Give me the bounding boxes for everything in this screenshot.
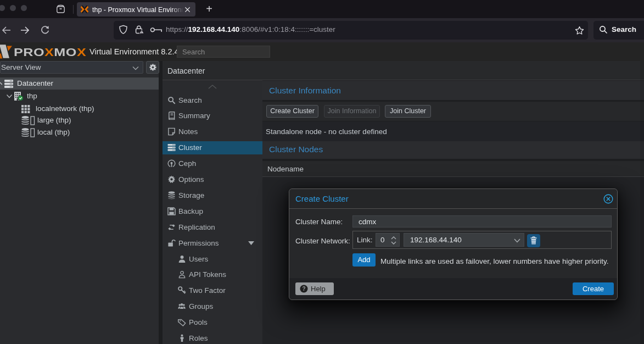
svg-text:?: ? <box>302 286 305 292</box>
svg-text:PROXMOX: PROXMOX <box>14 46 86 59</box>
